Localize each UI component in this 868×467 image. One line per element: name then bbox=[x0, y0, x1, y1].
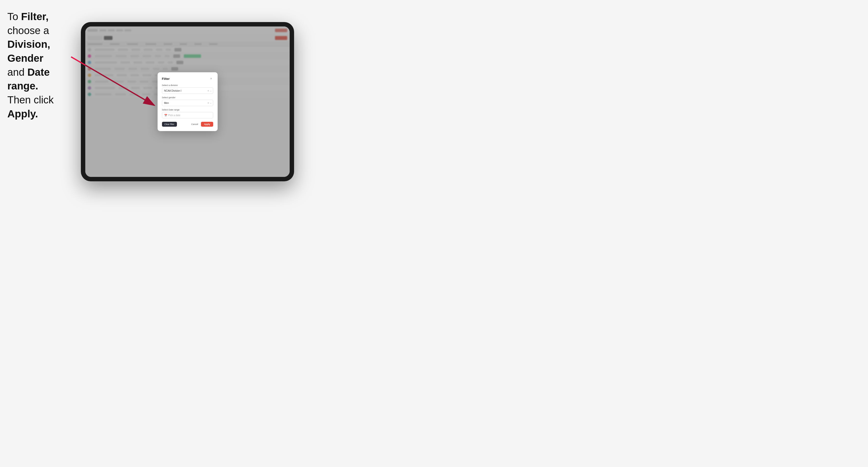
cancel-button[interactable]: Cancel bbox=[190, 122, 199, 127]
division-arrow-icon: ⌄ bbox=[210, 90, 212, 92]
gender-label: Select gender bbox=[162, 96, 213, 99]
modal-title: Filter bbox=[162, 77, 170, 81]
clear-filter-button[interactable]: Clear filter bbox=[162, 122, 177, 127]
division-value: NCAA Division I bbox=[164, 89, 182, 92]
division-select-wrapper: NCAA Division I × ⌄ bbox=[162, 88, 213, 94]
gender-select[interactable]: Men × ⌄ bbox=[162, 100, 213, 106]
footer-actions: Cancel Apply bbox=[190, 122, 213, 127]
gender-form-group: Select gender Men × ⌄ bbox=[162, 96, 213, 106]
gender-arrow-icon: ⌄ bbox=[210, 102, 212, 104]
tablet-frame: Filter × Select a division NCAA Division… bbox=[81, 22, 294, 181]
close-button[interactable]: × bbox=[209, 77, 213, 81]
apply-button[interactable]: Apply bbox=[201, 122, 213, 127]
modal-overlay: Filter × Select a division NCAA Division… bbox=[85, 27, 290, 177]
date-placeholder: Pick a date bbox=[168, 114, 180, 117]
modal-footer: Clear filter Cancel Apply bbox=[162, 122, 213, 127]
gender-select-wrapper: Men × ⌄ bbox=[162, 100, 213, 106]
gender-value: Men bbox=[164, 102, 169, 104]
gender-clear-icon[interactable]: × bbox=[208, 102, 209, 104]
division-form-group: Select a division NCAA Division I × ⌄ bbox=[162, 84, 213, 94]
date-input[interactable]: 📅 Pick a date bbox=[162, 112, 213, 118]
filter-modal: Filter × Select a division NCAA Division… bbox=[158, 72, 218, 131]
modal-header: Filter × bbox=[162, 77, 213, 81]
date-form-group: Select Date range 📅 Pick a date bbox=[162, 108, 213, 118]
date-label: Select Date range bbox=[162, 108, 213, 111]
division-select[interactable]: NCAA Division I × ⌄ bbox=[162, 88, 213, 94]
division-label: Select a division bbox=[162, 84, 213, 87]
division-clear-icon[interactable]: × bbox=[208, 89, 209, 92]
instruction-text: To Filter, choose a Division, Gender and… bbox=[7, 10, 81, 121]
calendar-icon: 📅 bbox=[164, 114, 167, 117]
tablet-screen: Filter × Select a division NCAA Division… bbox=[85, 27, 290, 177]
